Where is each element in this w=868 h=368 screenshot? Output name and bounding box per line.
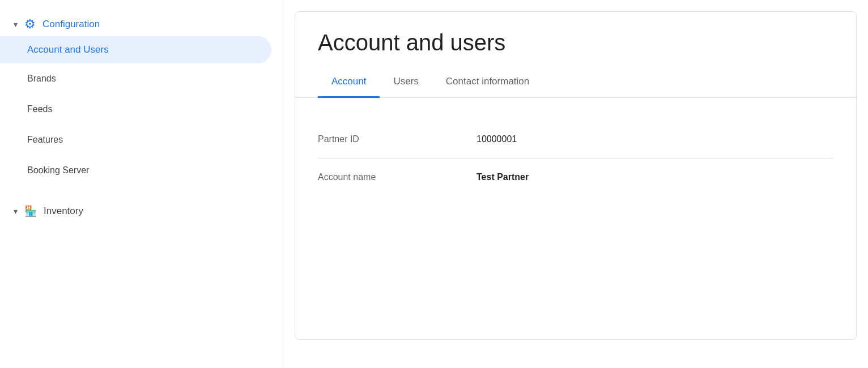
sidebar-item-brands[interactable]: Brands	[0, 63, 283, 94]
gear-icon: ⚙	[24, 17, 36, 32]
tab-account[interactable]: Account	[318, 67, 380, 98]
tab-contact-information-label: Contact information	[446, 76, 529, 87]
sidebar-item-booking-server[interactable]: Booking Server	[0, 155, 283, 186]
partner-id-label: Partner ID	[318, 134, 476, 144]
configuration-label: Configuration	[42, 19, 100, 30]
tab-users-label: Users	[393, 76, 418, 87]
sidebar-configuration-header[interactable]: ▾ ⚙ Configuration	[0, 11, 283, 36]
account-tab-content: Partner ID 10000001 Account name Test Pa…	[295, 98, 856, 219]
sidebar: ▾ ⚙ Configuration Account and Users Bran…	[0, 0, 283, 368]
inventory-icon: 🏪	[24, 205, 37, 217]
configuration-chevron-icon: ▾	[14, 20, 18, 29]
account-name-value: Test Partner	[476, 172, 529, 182]
sidebar-inventory-header[interactable]: ▾ 🏪 Inventory	[0, 199, 283, 222]
sidebar-item-features[interactable]: Features	[0, 125, 283, 155]
account-name-row: Account name Test Partner	[318, 159, 833, 196]
tab-contact-information[interactable]: Contact information	[432, 67, 543, 98]
partner-id-row: Partner ID 10000001	[318, 121, 833, 159]
account-name-label: Account name	[318, 172, 476, 182]
account-and-users-label: Account and Users	[27, 44, 109, 55]
tab-account-label: Account	[331, 76, 366, 87]
main-content: Account and users Account Users Contact …	[283, 0, 868, 368]
tab-users[interactable]: Users	[380, 67, 432, 98]
page-container: Account and users Account Users Contact …	[295, 11, 857, 340]
sidebar-item-feeds[interactable]: Feeds	[0, 94, 283, 125]
partner-id-value: 10000001	[476, 134, 517, 144]
brands-label: Brands	[27, 74, 56, 83]
features-label: Features	[27, 135, 63, 144]
inventory-label: Inventory	[44, 206, 83, 217]
inventory-chevron-icon: ▾	[14, 207, 18, 216]
sidebar-item-account-and-users[interactable]: Account and Users	[0, 36, 271, 63]
page-title: Account and users	[295, 12, 856, 67]
booking-server-label: Booking Server	[27, 165, 89, 175]
tab-bar: Account Users Contact information	[295, 67, 856, 98]
feeds-label: Feeds	[27, 104, 52, 114]
